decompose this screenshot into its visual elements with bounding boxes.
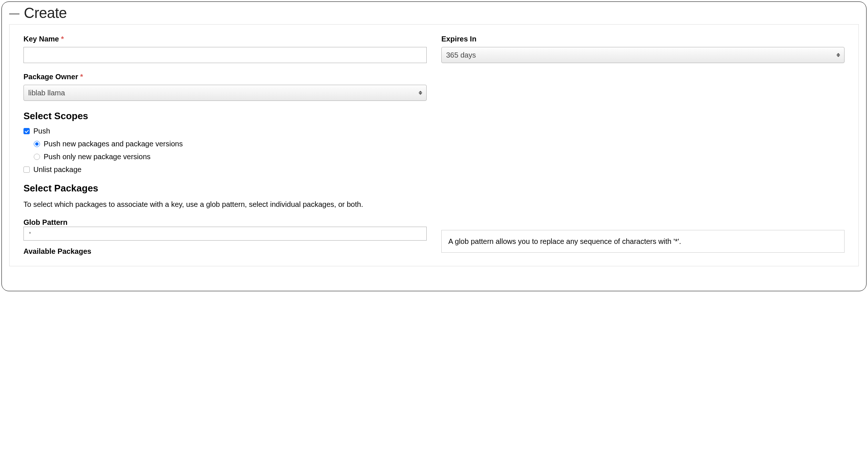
push-label: Push: [33, 127, 50, 135]
packages-left-col: Glob Pattern Available Packages: [23, 218, 427, 256]
key-name-label-text: Key Name: [23, 35, 59, 43]
package-owner-field-group: Package Owner * liblab llama: [23, 73, 427, 101]
scope-unlist-item: Unlist package: [23, 165, 845, 174]
page-title: Create: [24, 5, 67, 21]
push-new-versions-label: Push only new package versions: [44, 153, 150, 161]
unlist-checkbox[interactable]: [23, 167, 30, 173]
packages-right-col: A glob pattern allows you to replace any…: [441, 218, 845, 253]
select-packages-description: To select which packages to associate wi…: [23, 199, 845, 209]
expires-in-select-wrapper: 365 days: [441, 47, 845, 63]
push-new-all-radio[interactable]: [34, 141, 40, 147]
available-packages-label: Available Packages: [23, 247, 91, 255]
package-owner-label-text: Package Owner: [23, 73, 78, 81]
row-keyname-expires: Key Name * Expires In 365 days: [23, 35, 845, 63]
key-name-input[interactable]: [23, 47, 427, 63]
form-panel: Key Name * Expires In 365 days: [9, 24, 859, 266]
package-owner-label: Package Owner *: [23, 73, 427, 81]
glob-pattern-label: Glob Pattern: [23, 218, 68, 226]
expires-in-field-group: Expires In 365 days: [441, 35, 845, 63]
push-new-versions-radio[interactable]: [34, 154, 40, 160]
scope-list: Push Push new packages and package versi…: [23, 127, 845, 174]
key-name-label: Key Name *: [23, 35, 427, 43]
package-owner-selected-value: liblab llama: [28, 89, 65, 97]
key-name-field-group: Key Name *: [23, 35, 427, 63]
collapse-icon[interactable]: —: [9, 8, 19, 18]
empty-col: [441, 73, 845, 101]
expires-in-selected-value: 365 days: [446, 51, 476, 59]
glob-info-box: A glob pattern allows you to replace any…: [441, 230, 845, 253]
required-indicator: *: [80, 73, 83, 81]
select-packages-heading: Select Packages: [23, 183, 845, 194]
header-row: — Create: [9, 5, 859, 21]
unlist-label: Unlist package: [33, 165, 81, 174]
package-owner-select-wrapper: liblab llama: [23, 85, 427, 101]
push-new-all-label: Push new packages and package versions: [44, 140, 183, 148]
row-package-owner: Package Owner * liblab llama: [23, 73, 845, 101]
spacer: [441, 218, 845, 230]
select-scopes-heading: Select Scopes: [23, 110, 845, 122]
scope-push-new-all-item: Push new packages and package versions: [34, 140, 845, 148]
create-page: — Create Key Name * Expires In 365 days: [1, 1, 867, 291]
scope-push-item: Push: [23, 127, 845, 135]
packages-row: Glob Pattern Available Packages A glob p…: [23, 218, 845, 256]
required-indicator: *: [61, 35, 64, 43]
package-owner-select[interactable]: liblab llama: [23, 85, 427, 101]
expires-in-label: Expires In: [441, 35, 845, 43]
glob-pattern-input[interactable]: [23, 227, 427, 241]
scope-push-new-versions-item: Push only new package versions: [34, 153, 845, 161]
push-checkbox[interactable]: [23, 128, 30, 134]
expires-in-select[interactable]: 365 days: [441, 47, 845, 63]
